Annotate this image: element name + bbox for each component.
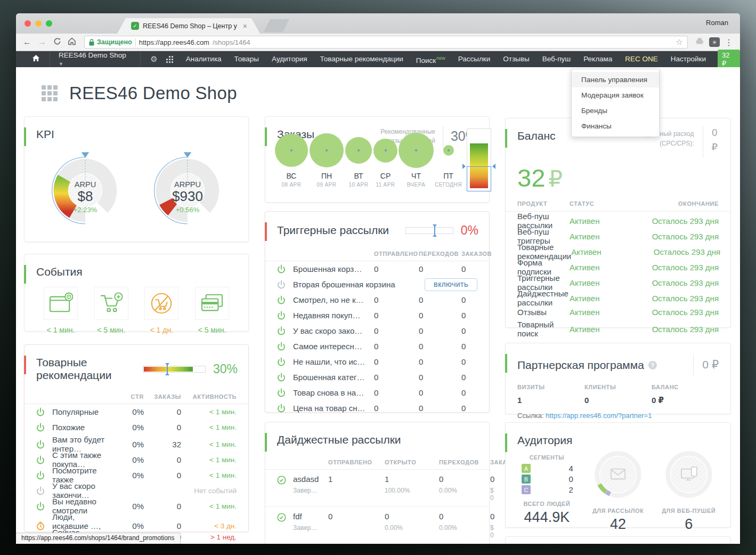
segment-b[interactable]: B0	[522, 474, 579, 484]
tab-close-icon[interactable]: ×	[243, 22, 247, 30]
nav-item-rec-one[interactable]: REC ONE	[619, 51, 664, 67]
slider-handle[interactable]	[432, 224, 438, 237]
nav-item-webpush[interactable]: Веб-пуш	[536, 51, 577, 67]
home-icon[interactable]	[66, 37, 78, 47]
secure-lock-icon[interactable]: Защищено	[89, 38, 132, 46]
menu-item-finance[interactable]: Финансы	[572, 118, 659, 134]
nav-item-ads[interactable]: Реклама	[577, 51, 619, 67]
forward-icon[interactable]: →	[36, 37, 48, 47]
trigger-row[interactable]: Самое интересн…000	[265, 339, 489, 354]
extension-icon[interactable]: ✳	[709, 37, 720, 47]
nav-item-products[interactable]: Товары	[228, 51, 265, 67]
drive-extension-icon[interactable]	[694, 37, 706, 47]
digest-row[interactable]: asdasdЗавер… 1 1100.00% 00.00% 0$ 0	[265, 470, 489, 507]
trigger-row[interactable]: Цена на товар сн…000	[265, 400, 489, 416]
orders-bubble[interactable]	[373, 139, 397, 163]
power-on-icon[interactable]	[36, 407, 45, 416]
triggers-slider[interactable]	[405, 227, 453, 234]
reco-row[interactable]: Вам это будет интер…0%32< 1 мин.	[25, 435, 248, 451]
nav-item-settings[interactable]: Настройки	[664, 51, 712, 67]
orders-bubble[interactable]	[399, 133, 434, 168]
range-right-marker[interactable]	[492, 164, 495, 169]
balance-row[interactable]: Товарный поискАктивенОсталось 293 дня	[506, 320, 730, 335]
event-add-to-cart[interactable]: < 5 мин.	[94, 287, 128, 334]
back-icon[interactable]: ←	[21, 37, 33, 47]
power-on-icon[interactable]	[277, 342, 286, 351]
reco-row[interactable]: Похожие0%0< 1 мин.	[25, 420, 248, 435]
range-left-marker[interactable]	[462, 164, 466, 169]
event-page-view[interactable]: < 1 мин.	[44, 287, 78, 334]
nav-item-analytics[interactable]: Аналитика	[180, 51, 228, 67]
reco-row[interactable]: У вас скоро закончи…Нет событий	[25, 481, 248, 497]
trigger-row[interactable]: Смотрел, но не к…000	[265, 292, 489, 308]
dashboard-grid-icon[interactable]	[163, 56, 180, 63]
power-on-icon[interactable]	[277, 357, 286, 366]
shop-selector[interactable]: REES46 Demo Shop ▼	[50, 51, 140, 67]
digest-row[interactable]: fdfЗавер… 0 00.00% 00.00% 0$ 0	[265, 507, 489, 544]
event-purchase[interactable]: < 5 мин.	[195, 287, 229, 334]
segment-a[interactable]: A4	[522, 464, 579, 473]
orders-bubble[interactable]	[345, 137, 372, 164]
balance-row[interactable]: Веб-пуш триггерыАктивенОсталось 293 дня	[506, 227, 730, 243]
event-abandoned-cart[interactable]: < 1 дн.	[144, 287, 178, 334]
balance-row[interactable]: Товарные рекомендацииАктивенОсталось 293…	[506, 243, 730, 258]
nav-item-search[interactable]: Поискnew	[410, 50, 452, 69]
power-on-icon[interactable]	[36, 502, 45, 511]
trigger-row[interactable]: Не нашли, что ис…000	[265, 354, 489, 369]
balance-badge[interactable]: 32 ₽	[718, 50, 740, 69]
balance-row[interactable]: Дайджестные рассылкиАктивенОсталось 293 …	[506, 289, 730, 304]
orders-range-selector[interactable]	[467, 128, 491, 191]
enable-button[interactable]: ВКЛЮЧИТЬ	[425, 278, 477, 291]
nav-item-audience[interactable]: Аудитория	[265, 51, 313, 67]
power-on-icon[interactable]	[277, 388, 286, 397]
power-on-icon[interactable]	[277, 373, 286, 382]
power-off-icon[interactable]	[277, 280, 286, 289]
power-off-icon[interactable]	[36, 486, 45, 495]
balance-row[interactable]: Веб-пуш рассылкиАктивенОсталось 293 дня	[506, 212, 730, 227]
reco-row[interactable]: Вы недавно смотрели0%0< 1 мин.	[25, 497, 248, 512]
reco-row[interactable]: Посмотрите также0%0< 1 мин.	[25, 466, 248, 481]
balance-row[interactable]: Триггерные рассылкиАктивенОсталось 293 д…	[506, 274, 730, 289]
help-icon[interactable]: ?	[648, 361, 657, 369]
power-on-icon[interactable]	[277, 295, 286, 304]
browser-tab[interactable]: ✓ REES46 Demo Shop – Центр у ×	[117, 18, 260, 34]
settings-gear-icon[interactable]: ⚙	[141, 54, 162, 64]
power-on-icon[interactable]	[36, 471, 45, 480]
trigger-row[interactable]: Брошенная корз…000	[265, 261, 489, 277]
nav-item-reviews[interactable]: Отзывы	[497, 51, 535, 67]
chrome-menu-icon[interactable]: ⋮	[723, 37, 735, 47]
power-on-icon[interactable]	[277, 311, 286, 320]
nav-item-recommendations[interactable]: Товарные рекомендации	[314, 51, 410, 67]
nav-item-mailings[interactable]: Рассылки	[452, 51, 497, 67]
orders-bubble[interactable]	[310, 133, 344, 167]
power-on-icon[interactable]	[277, 404, 286, 413]
reco-row[interactable]: С этим также покупа…0%0< 1 мин.	[25, 451, 248, 466]
traffic-lights[interactable]	[25, 20, 52, 27]
minimize-window-button[interactable]	[35, 20, 42, 27]
url-bar[interactable]: Защищено https://app.rees46.com /shops/1…	[84, 36, 688, 49]
new-tab-button[interactable]	[264, 19, 289, 32]
partner-link[interactable]: https://app.rees46.com/?partner=1	[546, 412, 652, 420]
trigger-row[interactable]: Брошенная катег…000	[265, 369, 489, 385]
power-on-icon[interactable]	[36, 455, 45, 464]
power-on-icon[interactable]	[36, 440, 45, 449]
balance-row[interactable]: Форма подпискиАктивенОсталось 293 дня	[506, 258, 730, 274]
trigger-row[interactable]: У вас скоро зако…000	[265, 323, 489, 339]
orders-bubble[interactable]	[275, 134, 308, 167]
power-on-icon[interactable]	[36, 423, 45, 432]
menu-item-control-panel[interactable]: Панель управления	[572, 72, 659, 87]
reco-row[interactable]: Люди, искавшие …, к…0%0< 3 дн.	[25, 512, 248, 528]
trigger-row[interactable]: Товар снова в на…000	[265, 385, 489, 400]
reload-icon[interactable]	[51, 37, 63, 47]
nav-home-icon[interactable]	[32, 54, 40, 64]
trigger-row[interactable]: Вторая брошенная корзина ВКЛЮЧИТЬ	[265, 277, 489, 292]
chrome-profile-name[interactable]: Roman	[706, 19, 728, 27]
segment-c[interactable]: C2	[522, 485, 579, 494]
slider-handle[interactable]	[164, 363, 170, 375]
clock-icon[interactable]	[36, 521, 45, 530]
menu-item-brands[interactable]: Бренды	[572, 103, 659, 118]
close-window-button[interactable]	[25, 20, 31, 27]
orders-bubble[interactable]	[443, 145, 454, 156]
trigger-row[interactable]: Недавняя покуп…000	[265, 308, 489, 323]
recommendations-slider[interactable]	[143, 366, 206, 373]
